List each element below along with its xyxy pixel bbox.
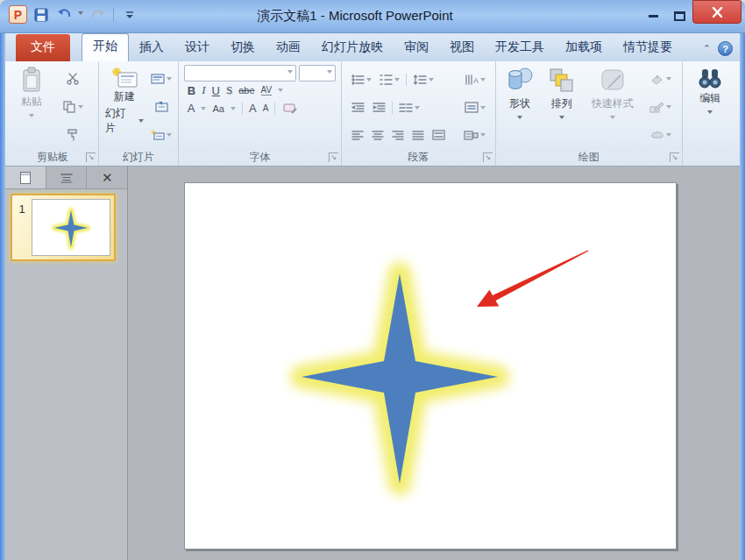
tab-transitions[interactable]: 切换	[220, 34, 266, 61]
slides-view-tab[interactable]	[5, 167, 46, 188]
character-spacing-caret	[278, 89, 283, 95]
decrease-indent-button[interactable]	[350, 102, 366, 114]
shrink-font-button[interactable]: A	[263, 103, 269, 113]
collapse-ribbon-icon[interactable]: ⌃	[703, 43, 711, 54]
align-right-button[interactable]	[390, 130, 406, 141]
font-size-select[interactable]	[299, 65, 336, 82]
font-dialog-launcher[interactable]: ↘	[329, 152, 338, 162]
text-direction-button[interactable]: A	[463, 74, 487, 86]
group-slides: 新建 幻灯片	[99, 61, 179, 166]
columns-button[interactable]	[397, 102, 422, 114]
numbering-button[interactable]	[378, 74, 401, 86]
character-spacing-button[interactable]: AV	[261, 85, 273, 96]
paste-caret	[29, 114, 34, 120]
thumbnail-star-shape	[32, 199, 110, 256]
tab-view[interactable]: 视图	[439, 34, 485, 61]
new-slide-label-line2: 幻灯片	[105, 106, 136, 136]
shape-outline-button[interactable]	[648, 101, 673, 114]
group-clipboard: 粘贴 剪贴板 ↘	[7, 61, 99, 166]
tab-developer[interactable]: 开发工具	[485, 34, 555, 61]
slides-tab-icon	[20, 172, 31, 184]
tab-review[interactable]: 审阅	[394, 34, 439, 61]
grow-font-button[interactable]: A	[249, 102, 257, 115]
italic-button[interactable]: I	[202, 83, 205, 97]
shapes-button[interactable]: 形状	[500, 65, 540, 149]
quick-styles-button[interactable]: 快速样式	[584, 65, 642, 149]
tab-insert[interactable]: 插入	[129, 34, 174, 61]
align-left-button[interactable]	[350, 130, 365, 141]
undo-icon[interactable]	[55, 6, 73, 24]
format-painter-button[interactable]	[65, 128, 81, 142]
drawing-group-label: 绘图	[578, 150, 600, 165]
change-case-button[interactable]: Aa	[212, 103, 224, 114]
underline-button[interactable]: U	[212, 84, 220, 97]
slides-panel: ✕ 1	[5, 167, 128, 560]
copy-button[interactable]	[61, 100, 85, 114]
font-color-button[interactable]: A	[188, 102, 195, 115]
text-shadow-button[interactable]: S	[226, 83, 232, 97]
editing-button[interactable]: 编辑	[687, 65, 733, 149]
paragraph-dialog-launcher[interactable]: ↘	[483, 152, 493, 162]
group-editing: 编辑	[683, 61, 738, 166]
tab-animations[interactable]: 动画	[266, 34, 311, 61]
shape-fill-button[interactable]	[648, 73, 673, 86]
clear-formatting-button[interactable]	[281, 102, 299, 115]
arrange-button[interactable]: 排列	[542, 65, 582, 149]
slide-thumbnail-item[interactable]: 1	[11, 194, 116, 261]
paste-button[interactable]: 粘贴	[10, 65, 53, 149]
section-button[interactable]	[149, 129, 174, 141]
bullets-button[interactable]	[350, 74, 373, 86]
bold-button[interactable]: B	[188, 84, 195, 97]
tab-file[interactable]: 文件	[16, 34, 70, 61]
quick-styles-label: 快速样式	[592, 96, 634, 111]
powerpoint-window: P 演示文稿1 - Microsoft PowerPoint	[0, 0, 745, 560]
new-slide-label-line1: 新建	[114, 89, 135, 104]
ribbon: 粘贴 剪贴板 ↘	[5, 61, 740, 167]
maximize-button[interactable]	[666, 5, 692, 26]
minimize-button[interactable]	[640, 5, 666, 26]
outline-view-tab[interactable]	[46, 167, 88, 188]
justify-button[interactable]	[410, 130, 426, 141]
new-slide-caret	[138, 119, 144, 125]
shapes-caret	[517, 116, 522, 122]
layout-button[interactable]	[149, 73, 174, 85]
redo-icon[interactable]	[89, 6, 106, 24]
strikethrough-button[interactable]: abe	[238, 85, 254, 96]
tab-storyboarding[interactable]: 情节提要	[613, 34, 683, 61]
powerpoint-logo-icon[interactable]: P	[9, 5, 27, 24]
align-text-button[interactable]	[463, 101, 487, 114]
arrange-label: 排列	[551, 96, 572, 111]
reset-button[interactable]	[153, 100, 170, 113]
shape-effects-button[interactable]	[649, 129, 673, 141]
cut-button[interactable]	[64, 72, 82, 86]
red-arrow-annotation	[477, 251, 588, 308]
tab-home[interactable]: 开始	[82, 33, 129, 61]
save-icon[interactable]	[32, 6, 50, 24]
slide-thumbnail[interactable]	[32, 199, 110, 256]
increase-indent-button[interactable]	[371, 102, 387, 114]
editing-label: 编辑	[699, 91, 720, 106]
undo-dropdown-caret[interactable]	[78, 11, 83, 18]
panel-tabs: ✕	[5, 167, 127, 189]
distribute-button[interactable]	[430, 129, 447, 141]
window-controls	[640, 0, 741, 26]
clipboard-dialog-launcher[interactable]: ↘	[86, 152, 96, 162]
window-border-left	[0, 33, 5, 560]
convert-to-smartart-button[interactable]	[462, 129, 487, 142]
drawing-dialog-launcher[interactable]: ↘	[670, 152, 679, 162]
slides-group-label: 幻灯片	[123, 150, 154, 165]
four-point-star-shape[interactable]	[302, 273, 498, 484]
arrange-caret	[559, 116, 564, 122]
help-icon[interactable]: ?	[718, 41, 733, 56]
line-spacing-button[interactable]	[411, 74, 436, 86]
group-paragraph: A	[342, 61, 496, 166]
font-name-select[interactable]	[184, 65, 296, 82]
close-button[interactable]	[692, 0, 741, 24]
slide-canvas[interactable]	[184, 182, 677, 549]
tab-design[interactable]: 设计	[174, 34, 220, 61]
align-center-button[interactable]	[370, 130, 386, 141]
tab-slideshow[interactable]: 幻灯片放映	[311, 34, 394, 61]
close-panel-button[interactable]: ✕	[87, 167, 127, 188]
new-slide-button[interactable]: 新建 幻灯片	[102, 65, 147, 149]
tab-addins[interactable]: 加载项	[555, 34, 613, 61]
